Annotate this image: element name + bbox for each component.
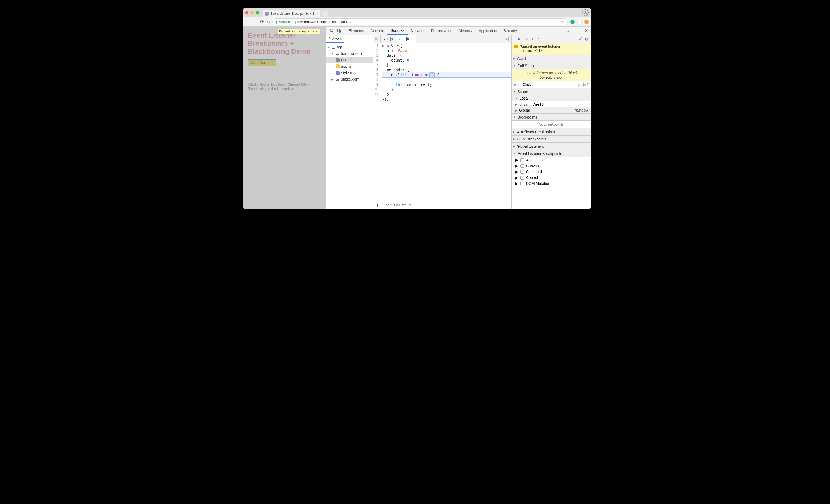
section-scope[interactable]: ▼Scope: [512, 88, 591, 95]
home-icon[interactable]: ⌂: [267, 19, 270, 25]
editor-more-icon[interactable]: ▸|: [504, 35, 511, 42]
tab-title: Event Listener Breakpoints + B: [270, 12, 315, 15]
bookmark-star-icon[interactable]: ☆: [561, 19, 565, 24]
paused-label: Paused in debugger: [279, 30, 311, 33]
devtools-close-icon[interactable]: ✕: [582, 28, 591, 33]
callstack-show-link[interactable]: Show: [553, 75, 563, 80]
paused-overlay-badge: Paused in debugger ▶ ⤼: [277, 29, 320, 34]
callstack-frame[interactable]: ➤ onClick app.js:7: [512, 81, 591, 88]
navigator-menu-icon[interactable]: ⋮: [364, 37, 373, 41]
scope-global[interactable]: ▶Global Window: [512, 107, 591, 114]
code-area[interactable]: 1234567891011 new Vue({ el: '#app', data…: [373, 43, 511, 201]
js-file-icon: [337, 64, 340, 68]
paused-banner: iPaused on event listener BUTTON.click: [512, 43, 591, 55]
navigator-tab-network[interactable]: Network: [326, 35, 344, 42]
extension-icon[interactable]: [577, 20, 582, 24]
overlay-step-icon[interactable]: ⤼: [316, 30, 318, 33]
reload-icon[interactable]: ⟳: [260, 19, 264, 25]
user-profile-icon[interactable]: [582, 9, 588, 16]
tree-file-appjs[interactable]: app.js: [326, 63, 373, 69]
editor-tab-appjs[interactable]: app.js ×: [396, 35, 416, 42]
code-content[interactable]: new Vue({ el: '#app', data: { count: 0 }…: [381, 43, 511, 201]
event-category[interactable]: ▶Control: [512, 175, 591, 181]
cursor-position: Line 7, Column 22: [383, 203, 411, 207]
tree-domain-unpkg[interactable]: ▶☁ unpkg.com: [326, 76, 373, 83]
step-into-icon[interactable]: ↓: [532, 37, 534, 41]
section-xhr-breakpoints[interactable]: ▶XHR/fetch Breakpoints: [512, 128, 591, 135]
tab-elements[interactable]: Elements: [345, 27, 367, 34]
section-callstack[interactable]: ▼Call Stack: [512, 62, 591, 69]
checkbox[interactable]: [520, 164, 524, 168]
section-watch[interactable]: ▶Watch: [512, 55, 591, 62]
checkbox[interactable]: [520, 158, 524, 162]
event-bp-list: ▶Animation ▶Canvas ▶Clipboard ▶Control ▶…: [512, 157, 591, 186]
navigator-more-icon[interactable]: »: [344, 36, 351, 41]
toggle-navigator-icon[interactable]: ⧉: [373, 35, 381, 42]
address-bar[interactable]: ▮ Secure https://framework-blackboxing.g…: [273, 19, 568, 25]
page-dim-overlay: [243, 27, 326, 209]
scope-local[interactable]: ▼Local: [512, 95, 591, 101]
callstack-hidden-notice: 3 stack frames are hidden (black-boxed).…: [512, 69, 591, 81]
tab-strip: Event Listener Breakpoints + B ×: [243, 8, 591, 17]
checkbox[interactable]: [520, 182, 524, 185]
content-area: Paused in debugger ▶ ⤼ Event Listener Br…: [243, 27, 591, 209]
close-window-icon[interactable]: [245, 11, 248, 14]
event-category[interactable]: ▶Animation: [512, 157, 591, 163]
checkbox[interactable]: [520, 176, 524, 180]
checkbox[interactable]: [520, 170, 524, 174]
debugger-controls: ❙▶ ⤼ ↓ ↑ ⁄⁄ ◐: [512, 35, 591, 43]
devtools-panel: Elements Console Sources Network Perform…: [326, 27, 591, 209]
deactivate-breakpoints-icon[interactable]: ⁄⁄: [580, 37, 581, 41]
close-editor-tab-icon[interactable]: ×: [411, 37, 413, 41]
event-category[interactable]: ▶Canvas: [512, 163, 591, 169]
tab-console[interactable]: Console: [367, 27, 387, 34]
devtools-menu-icon[interactable]: ⋮: [572, 28, 582, 33]
step-over-icon[interactable]: ⤼: [524, 37, 528, 41]
secure-label: Secure: [279, 20, 290, 24]
tab-memory[interactable]: Memory: [456, 27, 476, 34]
minimize-window-icon[interactable]: [251, 11, 254, 14]
tab-application[interactable]: Application: [475, 27, 500, 34]
favicon-icon: [265, 12, 269, 15]
back-icon[interactable]: ←: [245, 19, 250, 25]
section-global-listeners[interactable]: ▶Global Listeners: [512, 143, 591, 150]
new-tab-button[interactable]: [322, 11, 328, 16]
tab-performance[interactable]: Performance: [427, 27, 455, 34]
editor-tab-vuejs[interactable]: vue.js: [381, 35, 396, 42]
frame-icon: [331, 46, 335, 49]
close-tab-icon[interactable]: ×: [316, 12, 318, 15]
resume-icon[interactable]: ❙▶: [514, 36, 521, 41]
pretty-print-icon[interactable]: {}: [376, 203, 378, 207]
device-toggle-icon[interactable]: [337, 29, 341, 33]
tree-domain[interactable]: ▼☁ framework-bla: [326, 50, 373, 57]
tab-sources[interactable]: Sources: [387, 27, 408, 34]
event-category[interactable]: ▶DOM Mutation: [512, 181, 591, 186]
extension-icon[interactable]: [584, 20, 588, 24]
tree-file-index[interactable]: (index): [326, 57, 373, 63]
rendered-page: Paused in debugger ▶ ⤼ Event Listener Br…: [243, 27, 326, 209]
browser-toolbar: ← → ⟳ ⌂ ▮ Secure https://framework-black…: [243, 17, 591, 27]
more-tabs-icon[interactable]: »: [565, 28, 572, 33]
step-out-icon[interactable]: ↑: [537, 37, 539, 41]
sources-navigator: Network » ⋮ ▼ top ▼☁ framework-bla: [326, 35, 373, 209]
event-category[interactable]: ▶Clipboard: [512, 169, 591, 175]
pause-exceptions-icon[interactable]: ◐: [585, 37, 588, 41]
tab-network[interactable]: Network: [408, 27, 427, 34]
extension-icon[interactable]: [570, 20, 575, 24]
scope-this[interactable]: ▶ this: Vue$3: [512, 101, 591, 107]
inspect-icon[interactable]: [330, 29, 334, 33]
tree-file-stylecss[interactable]: style.css: [326, 69, 373, 76]
section-event-listener-breakpoints[interactable]: ▼Event Listener Breakpoints: [512, 150, 591, 157]
tab-security[interactable]: Security: [500, 27, 520, 34]
browser-tab[interactable]: Event Listener Breakpoints + B ×: [263, 10, 320, 17]
section-dom-breakpoints[interactable]: ▶DOM Breakpoints: [512, 135, 591, 143]
overlay-resume-icon[interactable]: ▶: [313, 30, 315, 33]
editor-statusbar: {} Line 7, Column 22: [373, 201, 511, 209]
section-breakpoints[interactable]: ▼Breakpoints: [512, 114, 591, 121]
no-breakpoints-label: No breakpoints: [512, 121, 591, 128]
tree-frame-top[interactable]: ▼ top: [326, 44, 373, 50]
cloud-icon: ☁: [335, 51, 339, 56]
url-text: https://framework-blackboxing.glitch.me: [291, 20, 352, 24]
maximize-window-icon[interactable]: [256, 11, 259, 14]
window-controls[interactable]: [245, 11, 259, 14]
